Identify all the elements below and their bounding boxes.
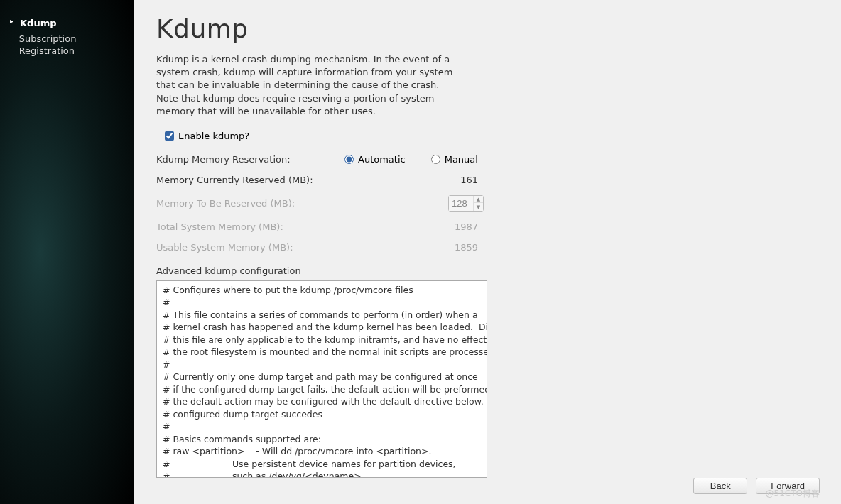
page-description: Kdump is a kernel crash dumping mechanis… [156,53,462,118]
radio-manual-input[interactable] [431,155,440,164]
memory-tobe-label: Memory To Be Reserved (MB): [156,198,344,209]
settings-grid: Kdump Memory Reservation: Automatic Manu… [156,154,820,253]
main-content: Kdump Kdump is a kernel crash dumping me… [134,0,841,504]
radio-manual[interactable]: Manual [431,154,478,165]
memory-usable-value: 1859 [344,242,487,253]
advanced-config-label: Advanced kdump configuration [156,265,820,276]
memory-current-value: 161 [344,175,487,185]
spinner-buttons: ▲ ▼ [473,196,483,211]
memory-total-label: Total System Memory (MB): [156,221,344,232]
sidebar-item-label: Kdump [20,17,57,30]
sidebar-item-kdump[interactable]: ▸ Kdump [10,16,124,31]
sidebar: ▸ Kdump Subscription Registration [0,0,134,504]
enable-kdump-checkbox[interactable] [165,131,174,141]
memory-total-value: 1987 [344,221,487,232]
page-title: Kdump [156,14,820,43]
radio-automatic-label: Automatic [358,154,406,165]
memory-usable-label: Usable System Memory (MB): [156,242,344,253]
sidebar-item-label: Subscription Registration [19,33,124,57]
radio-automatic-input[interactable] [344,155,354,164]
spinner-down-icon: ▼ [474,203,483,211]
memory-tobe-spinner: ▲ ▼ [448,195,484,212]
enable-kdump-label: Enable kdump? [178,131,249,141]
reservation-label: Kdump Memory Reservation: [156,154,344,165]
radio-automatic[interactable]: Automatic [344,154,406,165]
forward-button[interactable]: Forward [756,478,820,494]
memory-current-label: Memory Currently Reserved (MB): [156,175,344,185]
spinner-up-icon: ▲ [474,196,483,204]
memory-tobe-spinner-wrap: ▲ ▼ [344,195,487,212]
active-marker-icon: ▸ [10,17,20,25]
sidebar-item-subscription[interactable]: Subscription Registration [10,31,124,59]
advanced-config-textarea[interactable] [156,280,487,478]
enable-kdump-row: Enable kdump? [156,131,820,141]
footer-buttons: Back Forward [693,478,820,494]
radio-manual-label: Manual [445,154,478,165]
reservation-radio-group: Automatic Manual [344,154,487,165]
memory-tobe-input [449,196,473,211]
back-button[interactable]: Back [693,478,747,494]
